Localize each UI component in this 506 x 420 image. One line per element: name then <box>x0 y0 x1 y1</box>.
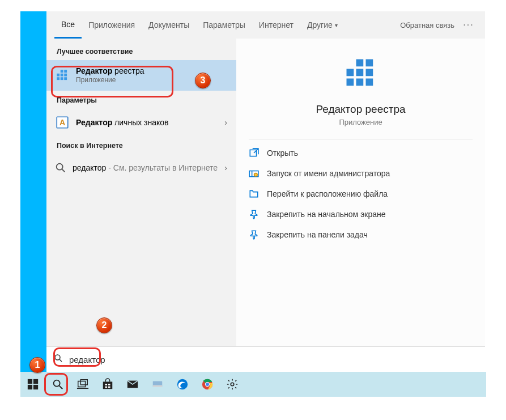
svg-point-23 <box>55 355 60 360</box>
pin-taskbar-icon <box>249 230 259 240</box>
svg-rect-19 <box>365 60 373 67</box>
results-column: Лучшее соответствие Редактор реестра При… <box>46 39 236 372</box>
tab-all[interactable]: Все <box>54 11 82 39</box>
chevron-right-icon: › <box>224 118 227 127</box>
svg-rect-25 <box>28 379 32 384</box>
svg-rect-32 <box>80 380 87 385</box>
edge-icon[interactable] <box>175 376 190 392</box>
svg-rect-14 <box>346 79 354 86</box>
task-view-button[interactable] <box>75 376 91 392</box>
svg-rect-6 <box>61 70 63 73</box>
folder-icon <box>249 189 259 199</box>
admin-icon <box>249 168 259 179</box>
svg-rect-37 <box>105 387 107 388</box>
svg-rect-27 <box>28 385 32 389</box>
start-button[interactable] <box>25 376 41 392</box>
section-settings: Параметры <box>46 91 236 109</box>
action-open-location[interactable]: Перейти к расположению файла <box>236 184 485 204</box>
search-icon <box>54 160 67 176</box>
svg-rect-0 <box>57 74 59 77</box>
section-web: Поиск в Интернете <box>46 136 236 154</box>
svg-rect-18 <box>356 60 363 67</box>
svg-line-30 <box>59 386 63 389</box>
result-web[interactable]: редактор - См. результаты в Интернете › <box>46 154 236 181</box>
pin-start-icon <box>249 209 259 219</box>
open-icon <box>249 148 259 158</box>
svg-rect-36 <box>108 384 110 385</box>
svg-rect-34 <box>103 381 113 389</box>
more-icon[interactable]: ··· <box>460 20 477 30</box>
chevron-right-icon: › <box>224 163 227 172</box>
tab-apps[interactable]: Приложения <box>82 11 142 39</box>
action-run-admin[interactable]: Запуск от имени администратора <box>236 163 485 184</box>
action-pin-taskbar[interactable]: Закрепить на панели задач <box>236 224 485 245</box>
svg-rect-40 <box>153 385 163 387</box>
annotation-marker-3: 3 <box>195 73 211 88</box>
svg-point-22 <box>254 173 258 176</box>
tab-other[interactable]: Другие▾ <box>300 11 345 39</box>
regedit-icon <box>54 67 70 83</box>
tab-settings[interactable]: Параметры <box>196 11 252 39</box>
tab-internet[interactable]: Интернет <box>252 11 300 39</box>
cortana-sidebar <box>20 11 46 397</box>
eudcedit-icon: A <box>54 114 70 130</box>
action-open[interactable]: Открыть <box>236 143 485 163</box>
separator <box>249 139 473 139</box>
explorer-icon[interactable] <box>150 376 165 392</box>
feedback-link[interactable]: Обратная связь <box>394 21 460 29</box>
mail-icon[interactable] <box>125 376 141 392</box>
svg-text:A: A <box>59 118 65 127</box>
search-icon <box>53 353 63 366</box>
svg-line-24 <box>59 359 62 362</box>
action-pin-start[interactable]: Закрепить на начальном экране <box>236 204 485 224</box>
annotation-marker-1: 1 <box>29 357 45 373</box>
svg-rect-3 <box>61 77 63 80</box>
svg-rect-4 <box>64 77 67 80</box>
svg-rect-35 <box>105 384 107 385</box>
svg-point-44 <box>206 383 209 386</box>
svg-rect-2 <box>57 77 59 80</box>
svg-rect-1 <box>61 74 63 77</box>
svg-rect-28 <box>33 385 38 389</box>
svg-rect-5 <box>64 74 67 77</box>
taskbar-search-button[interactable] <box>50 376 66 392</box>
result-eudcedit-text: Редактор личных знаков <box>76 117 224 128</box>
svg-line-11 <box>62 169 65 172</box>
svg-rect-26 <box>33 379 38 384</box>
search-tabs: Все Приложения Документы Параметры Интер… <box>46 11 485 39</box>
tab-documents[interactable]: Документы <box>142 11 196 39</box>
annotation-marker-2: 2 <box>96 317 112 333</box>
svg-rect-12 <box>346 69 354 77</box>
search-content: Лучшее соответствие Редактор реестра При… <box>46 39 485 372</box>
chevron-down-icon: ▾ <box>335 22 338 28</box>
taskbar <box>20 372 486 397</box>
svg-point-29 <box>54 380 60 387</box>
search-input[interactable] <box>69 355 478 364</box>
section-best-match: Лучшее соответствие <box>46 42 236 60</box>
result-eudcedit[interactable]: A Редактор личных знаков › <box>46 109 236 136</box>
result-web-text: редактор - См. результаты в Интернете <box>73 163 224 173</box>
svg-rect-17 <box>365 69 373 77</box>
svg-rect-13 <box>356 69 363 77</box>
preview-title: Редактор реестра <box>236 103 485 116</box>
preview-pane: Редактор реестра Приложение Открыть Запу… <box>236 39 485 372</box>
settings-icon[interactable] <box>224 376 240 392</box>
preview-subtitle: Приложение <box>236 118 485 126</box>
search-bar <box>46 346 485 372</box>
svg-rect-15 <box>356 79 363 86</box>
svg-rect-7 <box>64 70 67 73</box>
store-icon[interactable] <box>100 376 116 392</box>
svg-point-45 <box>231 383 234 386</box>
svg-rect-16 <box>365 79 373 86</box>
svg-point-10 <box>57 163 63 169</box>
svg-rect-20 <box>250 150 256 156</box>
preview-app-icon <box>342 54 380 93</box>
svg-rect-38 <box>108 387 110 388</box>
svg-rect-31 <box>78 381 86 387</box>
chrome-icon[interactable] <box>199 376 215 392</box>
search-panel: Все Приложения Документы Параметры Интер… <box>46 11 485 372</box>
